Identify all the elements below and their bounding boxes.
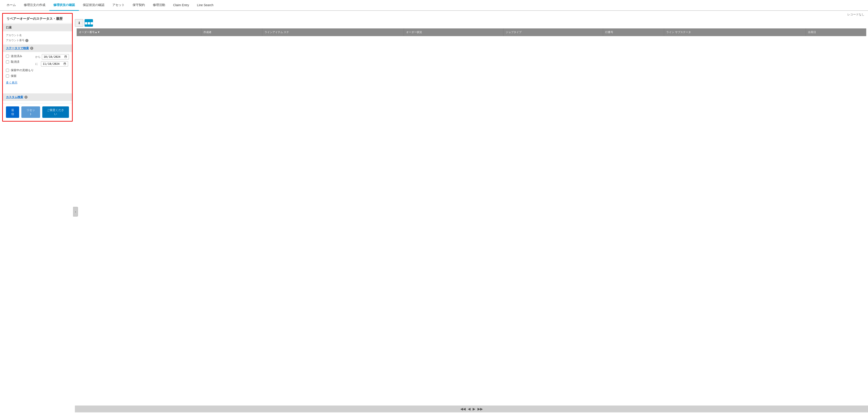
sidebar-collapse-arrow[interactable]: ‹ <box>73 207 78 217</box>
pagination-last[interactable]: ▶▶ <box>477 407 483 411</box>
checkbox-cancelled[interactable] <box>6 60 9 63</box>
col-line-substatus[interactable]: ライン サブステータ <box>664 28 806 36</box>
col-ship-date[interactable]: 出荷日 <box>806 28 866 36</box>
nav-item-claim-entry[interactable]: Claim Entry <box>169 0 193 10</box>
date-from-input[interactable] <box>42 54 69 60</box>
main-wrapper: リペアーオーダーのステータス・履歴 口座 アカウント名 アカウント番号 i ステ… <box>0 11 868 412</box>
date-from-label: から <box>35 55 40 59</box>
date-to-input[interactable] <box>41 61 68 66</box>
table-header: オーダー番号▲▼ 作成者 ラインアイテム ステ オーダー状況 ジョブタイプ 行番… <box>76 28 866 36</box>
pagination-next[interactable]: ▶ <box>473 407 475 411</box>
sidebar-title: リペアーオーダーのステータス・履歴 <box>3 14 72 23</box>
pagination-first[interactable]: ◀◀ <box>460 407 466 411</box>
top-bar: レコードなし <box>75 11 868 18</box>
col-line-number[interactable]: 行番号 <box>603 28 664 36</box>
sidebar-container: リペアーオーダーのステータス・履歴 口座 アカウント名 アカウント番号 i ステ… <box>0 11 75 412</box>
custom-search-info-icon[interactable]: i <box>25 96 28 99</box>
no-records-label: レコードなし <box>847 12 865 17</box>
col-line-item-status[interactable]: ラインアイテム ステ <box>262 28 404 36</box>
reset-button[interactable]: リセット <box>21 106 40 118</box>
table-wrapper: オーダー番号▲▼ 作成者 ラインアイテム ステ オーダー状況 ジョブタイプ 行番… <box>76 28 866 406</box>
checkbox-pending-estimate-label: 保留中の見積もり <box>11 68 34 72</box>
nav-item-warranty-status[interactable]: 保証状況の確認 <box>79 0 108 11</box>
checkbox-hold[interactable] <box>6 74 9 77</box>
checkbox-sent-label: 送信済み <box>11 54 22 58</box>
date-to-label: に <box>35 62 40 66</box>
nav-item-repair-status[interactable]: 修理状況の確認 <box>49 0 79 11</box>
grid-view-button[interactable]: ◼◼◼ <box>85 19 93 27</box>
sidebar-body: アカウント名 アカウント番号 i ステータスで検索 i <box>3 31 72 103</box>
account-number-info-icon[interactable]: i <box>25 39 28 42</box>
checkbox-hold-label: 保留 <box>11 74 17 78</box>
date-to-row: に <box>35 61 69 66</box>
checkbox-sent[interactable] <box>6 55 9 58</box>
account-number-label: アカウント番号 i <box>6 38 69 42</box>
pagination-bar: ◀◀ ◀ ▶ ▶▶ <box>75 406 868 412</box>
col-creator[interactable]: 作成者 <box>201 28 262 36</box>
status-search-info-icon[interactable]: i <box>30 47 33 50</box>
col-job-type[interactable]: ジョブタイプ <box>503 28 603 36</box>
status-search-link[interactable]: ステータスで検索 <box>6 46 29 50</box>
custom-search-section: カスタム検索 i <box>3 93 72 101</box>
results-table: オーダー番号▲▼ 作成者 ラインアイテム ステ オーダー状況 ジョブタイプ 行番… <box>76 28 866 36</box>
col-order-number[interactable]: オーダー番号▲▼ <box>76 28 201 36</box>
checkbox-group: 送信済み 取消済 から <box>6 54 69 78</box>
download-icon: ⬇ <box>78 21 81 25</box>
date-from-row: から <box>35 54 69 60</box>
nav-item-repair-activity[interactable]: 修理活動 <box>149 0 169 11</box>
show-more-link[interactable]: 多く表示 <box>6 81 18 85</box>
nav-item-line-search[interactable]: Line Search <box>193 0 217 10</box>
checkbox-cancelled-label: 取消済 <box>11 60 20 64</box>
status-search-section: ステータスで検索 i <box>3 44 72 52</box>
account-name-label: アカウント名 <box>6 33 69 37</box>
checkbox-row-hold: 保留 <box>6 74 69 78</box>
checkbox-row-sent: 送信済み <box>6 54 33 58</box>
nav-item-maintenance-contract[interactable]: 保守契約 <box>129 0 149 11</box>
col-order-status[interactable]: オーダー状況 <box>404 28 503 36</box>
nav-item-assets[interactable]: アセット <box>108 0 129 11</box>
sidebar: リペアーオーダーのステータス・履歴 口座 アカウント名 アカウント番号 i ステ… <box>2 13 73 122</box>
grid-icon: ◼◼◼ <box>85 21 93 25</box>
sidebar-footer: 送信 リセット ご留意ください <box>3 103 72 121</box>
custom-search-link[interactable]: カスタム検索 <box>6 95 23 99</box>
nav-item-home[interactable]: ホーム <box>3 0 20 11</box>
checkbox-row-cancelled: 取消済 <box>6 60 33 64</box>
download-button[interactable]: ⬇ <box>75 19 83 27</box>
pagination-prev[interactable]: ◀ <box>468 407 470 411</box>
submit-button[interactable]: 送信 <box>6 106 19 118</box>
nav-item-create-repair[interactable]: 修理注文の作成 <box>20 0 49 11</box>
toolbar: ⬇ ◼◼◼ <box>75 18 868 28</box>
checkbox-pending-estimate[interactable] <box>6 69 9 72</box>
account-section-header: 口座 <box>3 24 72 31</box>
navigation-bar: ホーム修理注文の作成修理状況の確認保証状況の確認アセット保守契約修理活動Clai… <box>0 0 868 11</box>
checkbox-row-pending-estimate: 保留中の見積もり <box>6 68 69 72</box>
table-header-row: オーダー番号▲▼ 作成者 ラインアイテム ステ オーダー状況 ジョブタイプ 行番… <box>76 28 866 36</box>
content-area: レコードなし ⬇ ◼◼◼ オーダー番号▲▼ 作成者 ラインアイテム ステ オーダ… <box>75 11 868 412</box>
subscribe-button[interactable]: ご留意ください <box>42 106 69 118</box>
